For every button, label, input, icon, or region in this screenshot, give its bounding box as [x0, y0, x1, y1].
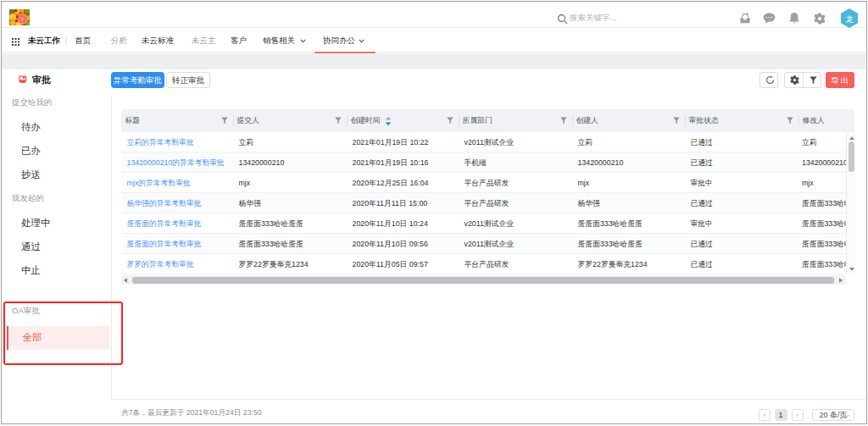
svg-text:龙: 龙: [845, 14, 854, 24]
